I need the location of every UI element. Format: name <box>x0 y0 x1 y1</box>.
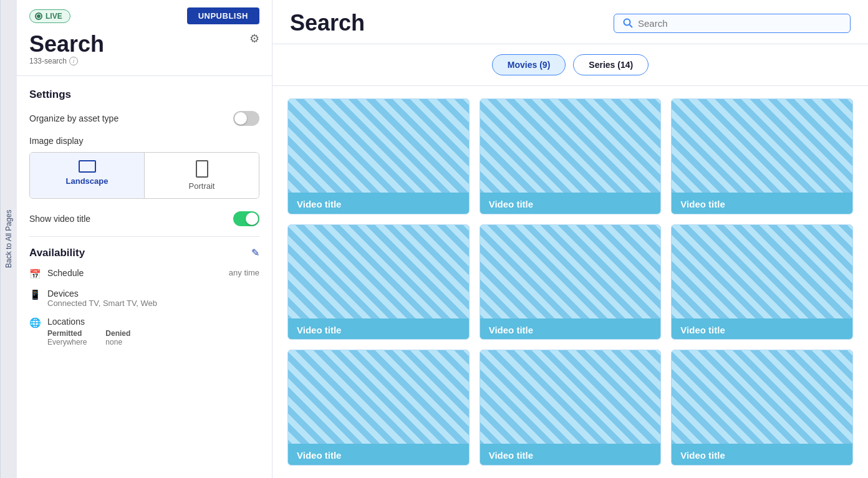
video-title: Video title <box>672 193 852 214</box>
list-item[interactable]: Video title <box>480 224 662 340</box>
list-item[interactable]: Video title <box>287 350 470 466</box>
live-label: LIVE <box>46 12 62 21</box>
page-id: 133-search i <box>29 57 104 65</box>
devices-icon: 📱 <box>29 289 41 300</box>
main-title: Search <box>290 10 365 36</box>
locations-item: 🌐 Locations Permitted Everywhere Denied … <box>29 317 259 347</box>
svg-line-1 <box>630 25 633 28</box>
info-icon: i <box>69 57 78 65</box>
list-item[interactable]: Video title <box>287 224 470 340</box>
organize-by-asset-type-label: Organize by asset type <box>29 113 118 123</box>
back-to-all-pages-tab[interactable]: Back to All Pages <box>0 0 17 478</box>
globe-icon: 🌐 <box>29 317 41 328</box>
denied-group: Denied none <box>105 329 130 347</box>
show-video-title-label: Show video title <box>29 214 90 224</box>
video-title: Video title <box>672 444 852 466</box>
portrait-option[interactable]: Portrait <box>145 153 259 198</box>
landscape-icon <box>79 160 96 173</box>
list-item[interactable]: Video title <box>480 98 662 214</box>
filter-tab-movies[interactable]: Movies (9) <box>492 54 566 75</box>
devices-label: Devices <box>47 289 259 299</box>
settings-gear-button[interactable]: ⚙ <box>249 32 259 45</box>
live-dot-icon <box>35 12 42 20</box>
devices-value: Connected TV, Smart TV, Web <box>47 299 259 308</box>
main-header: Search <box>272 0 868 44</box>
search-input[interactable] <box>638 18 841 29</box>
list-item[interactable]: Video title <box>671 224 853 340</box>
svg-point-0 <box>624 19 630 26</box>
video-title: Video title <box>672 318 852 340</box>
image-display-options: Landscape Portrait <box>29 152 259 199</box>
permitted-label: Permitted <box>47 329 87 338</box>
portrait-icon <box>196 160 208 178</box>
video-thumbnail <box>672 225 852 318</box>
video-thumbnail <box>288 99 469 193</box>
availability-header: Availability ✎ <box>29 247 259 259</box>
schedule-details: Schedule any time <box>47 268 259 278</box>
calendar-icon: 📅 <box>29 269 41 280</box>
landscape-option[interactable]: Landscape <box>30 153 145 198</box>
video-thumbnail <box>480 350 661 444</box>
video-thumbnail <box>288 350 469 444</box>
list-item[interactable]: Video title <box>671 98 853 214</box>
video-title: Video title <box>480 193 661 214</box>
search-input-wrap[interactable] <box>614 14 851 33</box>
permitted-group: Permitted Everywhere <box>47 329 87 347</box>
landscape-label: Landscape <box>66 176 109 186</box>
video-thumbnail <box>480 225 661 318</box>
divider <box>29 236 259 237</box>
locations-label: Locations <box>47 317 259 327</box>
locations-sub-row: Permitted Everywhere Denied none <box>47 329 259 347</box>
main-content: Search Movies (9) Series (14) Video titl… <box>272 0 868 478</box>
video-title: Video title <box>480 444 661 466</box>
unpublish-button[interactable]: UNPUBLISH <box>187 7 259 24</box>
image-display-label: Image display <box>29 136 259 146</box>
top-bar: LIVE UNPUBLISH <box>29 7 259 24</box>
list-item[interactable]: Video title <box>671 350 853 466</box>
video-thumbnail <box>480 99 661 193</box>
filter-tabs: Movies (9) Series (14) <box>272 44 868 86</box>
schedule-item: 📅 Schedule any time <box>29 268 259 280</box>
sidebar-content: Settings Organize by asset type Image di… <box>17 76 272 478</box>
live-badge: LIVE <box>29 9 70 23</box>
availability-edit-icon[interactable]: ✎ <box>251 247 259 259</box>
video-thumbnail <box>288 225 469 318</box>
locations-details: Locations Permitted Everywhere Denied no… <box>47 317 259 347</box>
video-thumbnail <box>672 99 852 193</box>
organize-by-asset-type-toggle[interactable] <box>233 111 259 126</box>
show-video-title-toggle[interactable] <box>233 211 259 226</box>
schedule-value: any time <box>229 268 259 277</box>
organize-by-asset-type-row: Organize by asset type <box>29 111 259 126</box>
sidebar-header: LIVE UNPUBLISH Search 133-search i ⚙ <box>17 0 272 76</box>
video-thumbnail <box>672 350 852 444</box>
video-title: Video title <box>480 318 661 340</box>
schedule-label: Schedule <box>47 268 84 278</box>
settings-section-title: Settings <box>29 88 259 101</box>
filter-tab-series[interactable]: Series (14) <box>573 54 649 75</box>
permitted-value: Everywhere <box>47 338 87 347</box>
video-grid: Video title Video title Video title Vide… <box>272 86 868 478</box>
denied-label: Denied <box>105 329 130 338</box>
portrait-label: Portrait <box>189 181 215 191</box>
list-item[interactable]: Video title <box>480 350 662 466</box>
sidebar: LIVE UNPUBLISH Search 133-search i ⚙ Set… <box>17 0 272 478</box>
devices-item: 📱 Devices Connected TV, Smart TV, Web <box>29 289 259 308</box>
list-item[interactable]: Video title <box>287 98 470 214</box>
availability-section-title: Availability <box>29 247 85 259</box>
video-title: Video title <box>288 318 469 340</box>
denied-value: none <box>105 338 130 347</box>
show-video-title-row: Show video title <box>29 211 259 226</box>
page-title: Search <box>29 32 104 57</box>
search-icon <box>623 18 633 28</box>
video-title: Video title <box>288 193 469 214</box>
devices-details: Devices Connected TV, Smart TV, Web <box>47 289 259 308</box>
video-title: Video title <box>288 444 469 466</box>
